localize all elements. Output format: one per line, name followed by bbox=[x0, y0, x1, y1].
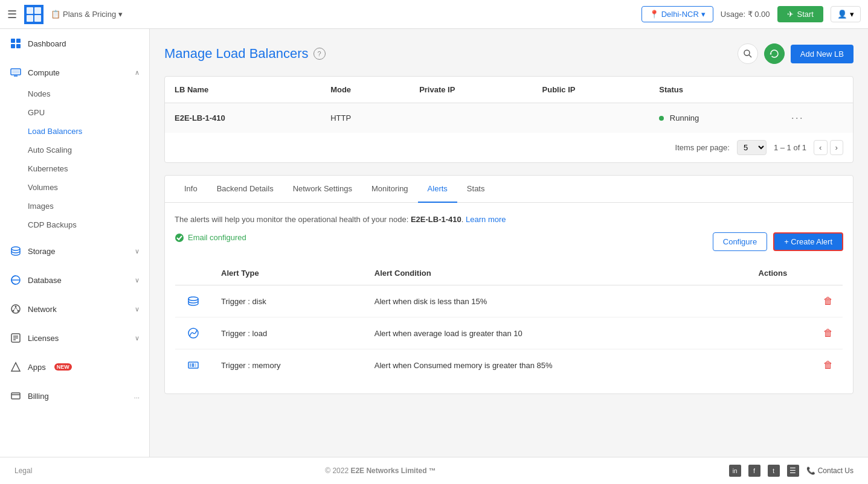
network-arrow: ∨ bbox=[135, 305, 140, 313]
sidebar-sub-item-nodes[interactable]: Nodes bbox=[0, 84, 149, 103]
sidebar: Dashboard Compute ∧ Nodes GPU Load Balan… bbox=[0, 29, 150, 457]
search-button[interactable] bbox=[738, 43, 758, 64]
sidebar-section-database: Database ∨ bbox=[0, 266, 149, 295]
sidebar-sub-item-volumes[interactable]: Volumes bbox=[0, 178, 149, 197]
prev-page-button[interactable]: ‹ bbox=[814, 140, 827, 155]
svg-rect-5 bbox=[16, 39, 21, 43]
facebook-icon[interactable]: f bbox=[748, 465, 760, 477]
tab-alerts[interactable]: Alerts bbox=[418, 176, 457, 203]
sidebar-section-compute: Compute ∧ Nodes GPU Load Balancers Auto … bbox=[0, 58, 149, 237]
svg-point-15 bbox=[18, 310, 19, 312]
page-title-actions: Add New LB bbox=[738, 43, 854, 64]
tab-monitoring[interactable]: Monitoring bbox=[362, 176, 418, 203]
learn-more-link[interactable]: Learn more bbox=[466, 215, 506, 224]
tab-network-settings[interactable]: Network Settings bbox=[283, 176, 362, 203]
rss-icon[interactable]: ☰ bbox=[787, 465, 799, 477]
topbar: ☰ 📋 Plans & Pricing ▾ 📍 Delhi-NCR ▾ Usag… bbox=[0, 0, 868, 29]
dashboard-label: Dashboard bbox=[28, 39, 66, 48]
alert-description-suffix: . bbox=[461, 215, 464, 224]
load-icon bbox=[185, 325, 202, 342]
sidebar-sub-item-kubernetes[interactable]: Kubernetes bbox=[0, 159, 149, 178]
start-button[interactable]: ✈ Start bbox=[777, 6, 823, 22]
breadcrumb-text: Plans & Pricing bbox=[63, 10, 116, 19]
svg-line-17 bbox=[16, 308, 18, 310]
alert-row-memory: Trigger : memory Alert when Consumed mem… bbox=[175, 349, 843, 381]
sidebar-item-apps[interactable]: Apps NEW bbox=[0, 355, 149, 379]
col-status: Status bbox=[649, 77, 782, 103]
sidebar-item-billing[interactable]: Billing ... bbox=[0, 384, 149, 408]
col-lb-name: LB Name bbox=[165, 77, 321, 103]
row-actions-button[interactable]: ··· bbox=[791, 112, 804, 124]
refresh-button[interactable] bbox=[764, 43, 785, 64]
breadcrumb-arrow[interactable]: ▾ bbox=[118, 10, 123, 19]
svg-rect-3 bbox=[34, 15, 41, 22]
configure-button[interactable]: Configure bbox=[713, 232, 767, 251]
database-icon bbox=[10, 274, 22, 286]
sidebar-sub-item-load-balancers[interactable]: Load Balancers bbox=[0, 122, 149, 141]
actions-cell: ··· bbox=[782, 103, 853, 133]
database-arrow: ∨ bbox=[135, 276, 140, 284]
sidebar-sub-item-images[interactable]: Images bbox=[0, 197, 149, 215]
pagination-nav: ‹ › bbox=[814, 140, 843, 155]
check-icon bbox=[175, 233, 184, 243]
help-icon[interactable]: ? bbox=[313, 48, 326, 60]
sidebar-section-dashboard: Dashboard bbox=[0, 29, 149, 58]
sidebar-item-compute[interactable]: Compute ∧ bbox=[0, 60, 149, 84]
status-cell: Running bbox=[649, 103, 782, 133]
svg-point-11 bbox=[11, 247, 20, 250]
svg-line-26 bbox=[749, 55, 751, 57]
add-new-lb-button[interactable]: Add New LB bbox=[791, 45, 854, 63]
user-avatar: 👤 bbox=[837, 10, 847, 19]
page-header: Manage Load Balancers ? Add New LB bbox=[164, 43, 854, 64]
user-menu-button[interactable]: 👤 ▾ bbox=[831, 6, 861, 22]
create-alert-button[interactable]: + Create Alert bbox=[773, 232, 843, 251]
alert-icon-cell-disk bbox=[175, 285, 212, 317]
svg-point-27 bbox=[175, 234, 184, 242]
sidebar-section-apps: Apps NEW bbox=[0, 352, 149, 381]
sidebar-sub-item-auto-scaling[interactable]: Auto Scaling bbox=[0, 141, 149, 159]
sidebar-item-database[interactable]: Database ∨ bbox=[0, 268, 149, 292]
alerts-table: Alert Type Alert Condition Actions bbox=[175, 261, 843, 381]
sidebar-section-network: Network ∨ bbox=[0, 295, 149, 323]
user-arrow: ▾ bbox=[850, 10, 854, 19]
delete-load-button[interactable]: 🗑 bbox=[823, 328, 833, 338]
svg-rect-2 bbox=[27, 15, 33, 22]
linkedin-icon[interactable]: in bbox=[729, 465, 741, 477]
sidebar-sub-item-gpu[interactable]: GPU bbox=[0, 103, 149, 122]
sidebar-item-network[interactable]: Network ∨ bbox=[0, 297, 149, 321]
billing-icon bbox=[10, 390, 22, 402]
alert-row-disk: Trigger : disk Alert when disk is less t… bbox=[175, 285, 843, 317]
contact-us-link[interactable]: 📞 Contact Us bbox=[806, 466, 854, 475]
tab-stats[interactable]: Stats bbox=[457, 176, 495, 203]
alert-delete-load: 🗑 bbox=[749, 317, 843, 349]
sidebar-item-storage[interactable]: Storage ∨ bbox=[0, 239, 149, 263]
email-configured-label: Email configured bbox=[188, 233, 246, 242]
alert-type-disk: Trigger : disk bbox=[211, 285, 365, 317]
twitter-icon[interactable]: t bbox=[768, 465, 780, 477]
layout: Dashboard Compute ∧ Nodes GPU Load Balan… bbox=[0, 29, 868, 457]
svg-rect-1 bbox=[34, 7, 41, 14]
alert-icon-cell-memory bbox=[175, 349, 212, 381]
tab-backend-details[interactable]: Backend Details bbox=[207, 176, 283, 203]
memory-icon bbox=[185, 357, 202, 374]
items-per-page-select[interactable]: 5 10 25 bbox=[737, 140, 767, 155]
apps-new-badge: NEW bbox=[54, 363, 72, 371]
col-alert-type: Alert Type bbox=[211, 261, 365, 285]
next-page-button[interactable]: › bbox=[830, 140, 843, 155]
col-private-ip: Private IP bbox=[410, 77, 532, 103]
legal-link[interactable]: Legal bbox=[14, 466, 32, 475]
usage-text: Usage: ₹ 0.00 bbox=[721, 10, 770, 19]
svg-rect-6 bbox=[11, 44, 15, 48]
sidebar-item-licenses[interactable]: Licenses ∨ bbox=[0, 326, 149, 350]
sidebar-item-dashboard[interactable]: Dashboard bbox=[0, 31, 149, 56]
hamburger-icon[interactable]: ☰ bbox=[7, 8, 17, 21]
tab-info[interactable]: Info bbox=[175, 176, 207, 203]
delete-disk-button[interactable]: 🗑 bbox=[823, 296, 833, 306]
alert-buttons: Configure + Create Alert bbox=[713, 232, 843, 251]
storage-arrow: ∨ bbox=[135, 247, 140, 255]
sidebar-sub-item-cdp-backups[interactable]: CDP Backups bbox=[0, 215, 149, 234]
delete-memory-button[interactable]: 🗑 bbox=[823, 360, 833, 370]
location-button[interactable]: 📍 Delhi-NCR ▾ bbox=[641, 6, 713, 22]
alert-description-prefix: The alerts will help you monitor the ope… bbox=[175, 215, 411, 224]
sidebar-section-storage: Storage ∨ bbox=[0, 237, 149, 266]
